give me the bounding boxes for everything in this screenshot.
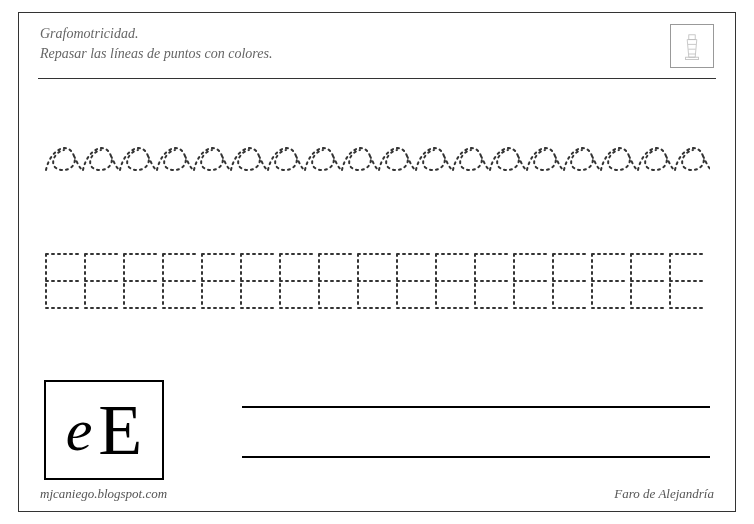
footer-credit-right: Faro de Alejandría	[614, 486, 714, 502]
writing-lines	[242, 398, 710, 468]
svg-marker-1	[687, 40, 697, 58]
header-divider	[38, 78, 716, 79]
sample-uppercase: E	[98, 394, 142, 466]
tracing-row-lowercase-e	[44, 130, 710, 190]
header: Grafomotricidad. Repasar las líneas de p…	[40, 24, 714, 74]
writing-line-2	[242, 456, 710, 458]
svg-rect-5	[686, 57, 699, 59]
svg-rect-0	[689, 35, 695, 40]
sample-letter-box: e E	[44, 380, 164, 480]
title-line-1: Grafomotricidad.	[40, 26, 138, 41]
writing-line-1	[242, 406, 710, 408]
worksheet-page: Grafomotricidad. Repasar las líneas de p…	[0, 0, 754, 524]
worksheet-title: Grafomotricidad. Repasar las líneas de p…	[40, 24, 714, 63]
lighthouse-icon	[670, 24, 714, 68]
tracing-row-uppercase-e	[44, 250, 710, 312]
title-line-2: Repasar las líneas de puntos con colores…	[40, 46, 272, 61]
footer-credit-left: mjcaniego.blogspot.com	[40, 486, 167, 502]
dotted-capital-e-row	[44, 250, 710, 312]
dotted-cursive-e-row	[44, 130, 710, 190]
sample-lowercase: e	[66, 400, 93, 460]
